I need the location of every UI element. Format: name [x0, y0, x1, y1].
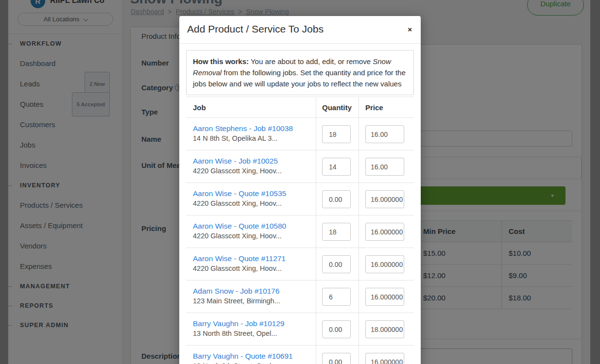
quantity-input[interactable]	[322, 190, 351, 208]
job-row: Adam Snow - Job #10176 123 Main Street, …	[186, 281, 414, 313]
price-cell	[359, 248, 414, 280]
job-cell: Aaron Wise - Quote #10580 4220 Glasscott…	[186, 215, 316, 248]
price-input[interactable]	[365, 125, 404, 143]
jobs-table-body: Aaron Stephens - Job #10038 14 N 8th St,…	[186, 118, 414, 364]
modal-header: Add Product / Service To Jobs ×	[179, 16, 421, 44]
job-address: 13 North 8th Street, Opel...	[193, 330, 311, 337]
price-input[interactable]	[365, 320, 404, 338]
job-address: 13 North 8th Street, Opel...	[193, 362, 311, 364]
job-address: 14 N 8th St, Opelika AL 3...	[193, 134, 311, 142]
job-address: 4220 Glasscott Xing, Hoov...	[193, 232, 311, 240]
job-row: Aaron Wise - Job #10025 4220 Glasscott X…	[186, 150, 414, 183]
quantity-input[interactable]	[322, 353, 351, 364]
job-cell: Aaron Wise - Quote #11271 4220 Glasscott…	[186, 248, 316, 280]
quantity-cell	[316, 183, 359, 215]
price-column-header: Price	[359, 97, 414, 117]
note-text: You are about to add, edit, or remove	[249, 57, 373, 66]
job-link[interactable]: Aaron Wise - Quote #11271	[193, 254, 311, 263]
price-input[interactable]	[365, 353, 404, 364]
job-row: Aaron Wise - Quote #11271 4220 Glasscott…	[186, 248, 414, 281]
job-cell: Aaron Wise - Job #10025 4220 Glasscott X…	[186, 150, 316, 182]
job-row: Aaron Stephens - Job #10038 14 N 8th St,…	[186, 118, 414, 150]
quantity-cell	[316, 150, 359, 182]
add-product-service-modal: Add Product / Service To Jobs × How this…	[179, 16, 421, 364]
job-row: Aaron Wise - Quote #10535 4220 Glasscott…	[186, 183, 414, 215]
job-address: 4220 Glasscott Xing, Hoov...	[193, 265, 311, 272]
modal-title: Add Product / Service To Jobs	[187, 23, 324, 35]
price-input[interactable]	[365, 190, 404, 208]
jobs-table-header: Job Quantity Price	[186, 97, 414, 118]
quantity-cell	[316, 346, 359, 364]
price-input[interactable]	[365, 255, 404, 273]
quantity-input[interactable]	[322, 223, 351, 241]
job-address: 4220 Glasscott Xing, Hoov...	[193, 167, 311, 175]
jobs-table: Job Quantity Price Aaron Stephens - Job …	[186, 97, 414, 364]
price-cell	[359, 346, 414, 364]
modal-body: How this works: You are about to add, ed…	[179, 50, 421, 364]
job-cell: Aaron Wise - Quote #10535 4220 Glasscott…	[186, 183, 316, 215]
job-link[interactable]: Adam Snow - Job #10176	[193, 287, 311, 296]
how-this-works-note: How this works: You are about to add, ed…	[186, 50, 414, 95]
quantity-cell	[316, 118, 359, 150]
note-text: from the following jobs. Set the quantit…	[193, 68, 406, 88]
job-cell: Barry Vaughn - Quote #10691 13 North 8th…	[186, 346, 316, 364]
quantity-cell	[316, 215, 359, 248]
job-column-header: Job	[186, 97, 316, 117]
price-input[interactable]	[365, 223, 404, 241]
job-link[interactable]: Aaron Wise - Quote #10535	[193, 189, 311, 198]
job-row: Barry Vaughn - Quote #10691 13 North 8th…	[186, 346, 414, 364]
quantity-cell	[316, 248, 359, 280]
job-cell: Aaron Stephens - Job #10038 14 N 8th St,…	[186, 118, 316, 150]
close-icon[interactable]: ×	[408, 25, 412, 34]
note-lead: How this works:	[193, 57, 249, 66]
job-address: 123 Main Street, Birmingh...	[193, 297, 311, 305]
quantity-input[interactable]	[322, 288, 351, 306]
job-link[interactable]: Aaron Wise - Job #10025	[193, 157, 311, 165]
quantity-column-header: Quantity	[316, 97, 359, 117]
quantity-cell	[316, 281, 359, 313]
price-cell	[359, 150, 414, 182]
job-link[interactable]: Aaron Wise - Quote #10580	[193, 222, 311, 231]
job-row: Barry Vaughn - Job #10129 13 North 8th S…	[186, 313, 414, 346]
job-row: Aaron Wise - Quote #10580 4220 Glasscott…	[186, 215, 414, 248]
quantity-cell	[316, 313, 359, 345]
price-cell	[359, 183, 414, 215]
price-input[interactable]	[365, 158, 404, 176]
job-link[interactable]: Barry Vaughn - Quote #10691	[193, 352, 311, 361]
job-cell: Adam Snow - Job #10176 123 Main Street, …	[186, 281, 316, 313]
price-cell	[359, 215, 414, 248]
quantity-input[interactable]	[322, 255, 351, 273]
price-cell	[359, 313, 414, 345]
job-address: 4220 Glasscott Xing, Hoov...	[193, 199, 311, 207]
quantity-input[interactable]	[322, 125, 351, 143]
price-cell	[359, 118, 414, 150]
price-cell	[359, 281, 414, 313]
job-link[interactable]: Aaron Stephens - Job #10038	[193, 124, 311, 133]
job-cell: Barry Vaughn - Job #10129 13 North 8th S…	[186, 313, 316, 345]
price-input[interactable]	[365, 288, 404, 306]
quantity-input[interactable]	[322, 158, 351, 176]
quantity-input[interactable]	[322, 320, 351, 338]
job-link[interactable]: Barry Vaughn - Job #10129	[193, 319, 311, 328]
